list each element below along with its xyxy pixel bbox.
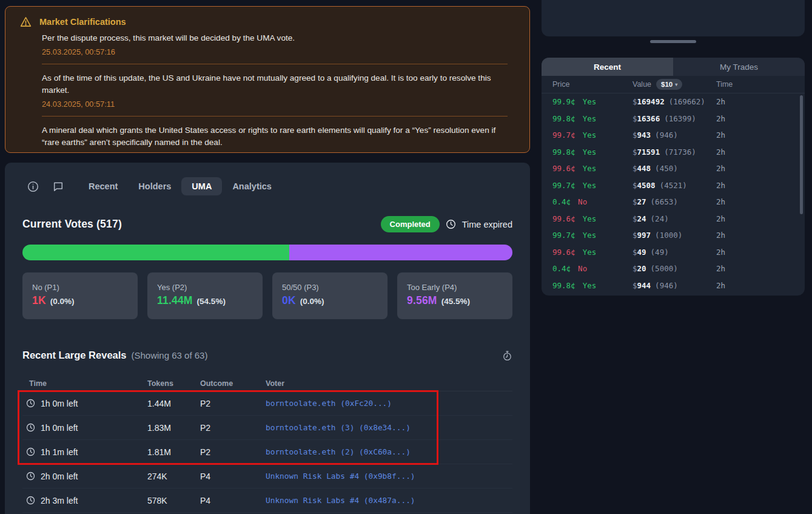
reveal-time: 1h 1m left <box>41 447 78 457</box>
trade-value-cell: $944(946) <box>632 281 716 290</box>
reveal-time-cell: 2h 0m left <box>22 472 147 481</box>
detail-tabs: RecentHoldersUMAAnalytics <box>78 177 282 195</box>
trade-outcome: Yes <box>583 164 597 173</box>
currency-symbol: $ <box>632 197 637 206</box>
trade-shares: (16399) <box>664 114 696 123</box>
trade-value: 943 <box>637 130 651 140</box>
trades-tab-recent[interactable]: Recent <box>542 58 673 76</box>
time-column-header: Time <box>716 80 805 89</box>
trade-row: 99.6¢Yes$448(450)2h <box>542 160 805 177</box>
reveal-time: 1h 0m left <box>41 423 78 433</box>
vote-card: 50/50 (P3)0K(0.0%) <box>272 272 388 319</box>
trade-time: 2h <box>716 231 805 240</box>
trade-outcome: Yes <box>583 130 597 140</box>
current-votes-title: Current Votes (517) <box>22 218 122 231</box>
clarification-timestamp: 24.03.2025, 00:57:11 <box>42 100 515 109</box>
vote-card-percent: (0.0%) <box>50 297 75 306</box>
tab-analytics[interactable]: Analytics <box>222 177 281 195</box>
orderbook-card-bottom <box>542 0 805 36</box>
votes-header: Current Votes (517) Completed Time expir… <box>22 216 512 232</box>
clock-icon <box>26 399 35 408</box>
trade-price-cell: 99.6¢Yes <box>552 164 632 173</box>
trade-price: 99.8¢ <box>552 147 575 157</box>
voter-link[interactable]: borntoolate.eth (0xFc20...) <box>266 399 512 408</box>
trade-shares: (49) <box>651 248 669 257</box>
trade-value: 24 <box>637 214 646 223</box>
voter-link[interactable]: borntoolate.eth (3) (0x8e34...) <box>266 423 512 432</box>
column-header-time: Time <box>22 379 147 388</box>
votes-status: Completed Time expired <box>381 216 512 232</box>
clock-icon <box>26 472 35 481</box>
trade-value-cell: $20(5000) <box>632 264 716 273</box>
trade-value: 997 <box>637 231 651 240</box>
vote-card-label: No (P1) <box>32 283 128 292</box>
trade-shares: (71736) <box>664 147 696 157</box>
comment-icon <box>53 181 64 192</box>
value-filter-label: $10 <box>661 81 673 88</box>
panel-drag-handle[interactable] <box>650 40 696 43</box>
trade-value-cell: $943(946) <box>632 130 716 140</box>
trades-tabs: RecentMy Trades <box>542 58 805 76</box>
clarification-text: Per the dispute process, this market wil… <box>42 32 515 44</box>
trade-outcome: Yes <box>583 147 597 157</box>
voter-link[interactable]: Unknown Risk Labs #4 (0x487a...) <box>266 496 512 505</box>
currency-symbol: $ <box>632 214 637 223</box>
stopwatch-icon <box>502 350 512 361</box>
trade-value: 49 <box>637 248 646 257</box>
trade-time: 2h <box>716 147 805 157</box>
info-icon-button[interactable] <box>22 176 43 197</box>
trade-price: 99.6¢ <box>552 214 575 223</box>
trade-price: 99.8¢ <box>552 281 575 290</box>
tab-holders[interactable]: Holders <box>128 177 181 195</box>
trade-value-cell: $27(6653) <box>632 197 716 206</box>
currency-symbol: $ <box>632 97 637 106</box>
trade-price: 99.8¢ <box>552 114 575 123</box>
reveals-header: Recent Large Reveals (Showing 63 of 63) <box>22 350 512 361</box>
trade-value: 169492 <box>637 97 665 106</box>
voter-link[interactable]: Unknown Risk Labs #4 (0x9b8f...) <box>266 472 512 481</box>
trade-row: 99.8¢Yes$71591(71736)2h <box>542 144 805 161</box>
trade-value: 448 <box>637 164 651 173</box>
trade-price: 0.4¢ <box>552 264 571 273</box>
trade-value-cell: $49(49) <box>632 248 716 257</box>
clarification-text: As of the time of this update, the US an… <box>42 72 515 96</box>
trade-shares: (946) <box>655 130 678 140</box>
scrollbar-thumb[interactable] <box>800 95 803 214</box>
vote-card-values: 9.56M(45.5%) <box>407 294 503 307</box>
trade-value-cell: $169492(169662) <box>632 97 716 106</box>
reveal-time-cell: 1h 1m left <box>22 447 147 457</box>
comments-icon-button[interactable] <box>48 176 69 197</box>
tab-uma[interactable]: UMA <box>181 177 222 195</box>
reveal-time-cell: 1h 0m left <box>22 423 147 433</box>
value-column-header: Value <box>632 80 651 89</box>
trade-row: 99.9¢Yes$169492(169662)2h <box>542 93 805 110</box>
clock-icon <box>26 447 35 456</box>
clarification-text: A mineral deal which grants the United S… <box>42 124 515 149</box>
column-header-voter: Voter <box>266 379 512 388</box>
trade-outcome: Yes <box>583 97 597 106</box>
vote-card-value: 9.56M <box>407 294 437 307</box>
trade-price-cell: 99.8¢Yes <box>552 147 632 157</box>
reveals-table: TimeTokensOutcomeVoter 1h 0m left1.44MP2… <box>22 376 512 513</box>
info-icon <box>27 181 39 192</box>
tab-recent[interactable]: Recent <box>78 177 128 195</box>
trade-outcome: No <box>578 197 587 206</box>
caret-down-icon: ▾ <box>675 82 677 87</box>
trade-time: 2h <box>716 197 805 206</box>
trade-time: 2h <box>716 130 805 140</box>
vote-card: Too Early (P4)9.56M(45.5%) <box>397 272 512 319</box>
trade-row: 99.6¢Yes$49(49)2h <box>542 244 805 261</box>
reveal-time-cell: 1h 0m left <box>22 399 147 408</box>
column-header-outcome: Outcome <box>200 379 266 388</box>
trade-shares: (5000) <box>651 264 678 273</box>
value-filter-dropdown[interactable]: $10 ▾ <box>656 79 682 90</box>
detail-tab-bar: RecentHoldersUMAAnalytics <box>22 176 512 197</box>
trade-row: 99.6¢Yes$24(24)2h <box>542 211 805 228</box>
status-badge: Completed <box>381 216 440 232</box>
trade-time: 2h <box>716 97 805 106</box>
stopwatch-icon-button[interactable] <box>502 350 512 361</box>
trade-shares: (24) <box>651 214 669 223</box>
trades-tab-my-trades[interactable]: My Trades <box>673 58 805 76</box>
vote-card-values: 0K(0.0%) <box>282 294 378 307</box>
voter-link[interactable]: borntoolate.eth (2) (0xC60a...) <box>266 447 512 456</box>
